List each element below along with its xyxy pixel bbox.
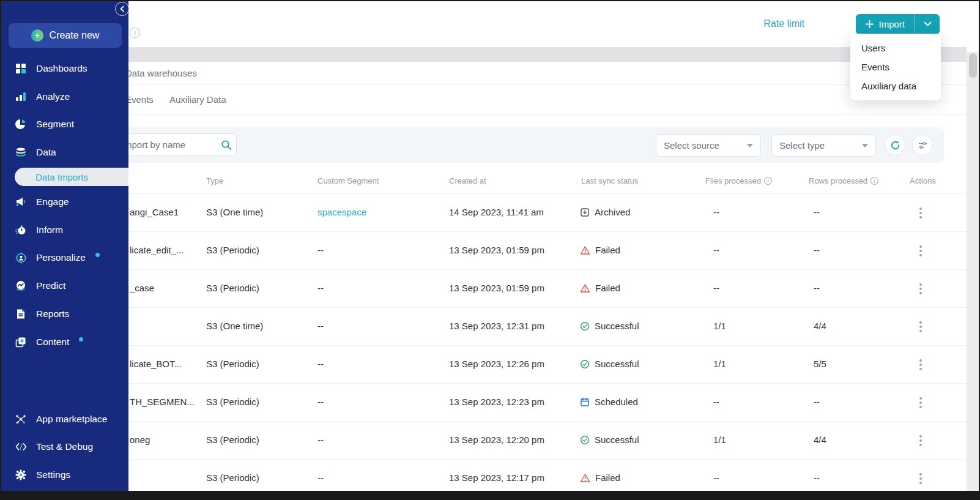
segment-value: -- <box>317 359 324 369</box>
scrollbar-track[interactable] <box>967 52 979 491</box>
segment-link[interactable]: spacespace <box>317 207 366 217</box>
tab-events[interactable]: Events <box>125 94 154 105</box>
table-row[interactable]: S3 (One time) -- 13 Sep 2023, 12:31 pm S… <box>1 307 967 345</box>
sidebar-item-label: Segment <box>36 119 74 130</box>
menu-item-events[interactable]: Events <box>850 58 941 76</box>
import-type: S3 (One time) <box>206 207 263 217</box>
col-type: Type <box>206 176 223 185</box>
import-name: licate_edit_... <box>130 245 184 255</box>
rows-processed: -- <box>814 472 820 483</box>
row-actions-menu[interactable] <box>913 470 929 487</box>
table-row[interactable]: licate_BOT... S3 (Periodic) -- 13 Sep 20… <box>1 345 967 383</box>
status-badge: Failed <box>580 245 620 255</box>
files-processed: 1/1 <box>713 321 726 331</box>
success-icon <box>580 435 590 445</box>
table-row[interactable]: TH_SEGMEN... S3 (Periodic) -- 13 Sep 202… <box>1 383 967 421</box>
sidebar-item-label: Data <box>36 147 56 158</box>
sidebar-item-data[interactable]: Data <box>15 146 56 159</box>
sidebar-item-app-marketplace[interactable]: App marketplace <box>15 413 107 425</box>
chevron-down-icon <box>862 144 868 147</box>
sidebar-item-content[interactable]: Content <box>15 336 83 348</box>
select-source-dropdown[interactable]: Select source <box>656 134 761 157</box>
status-label: Scheduled <box>595 397 638 407</box>
section-title[interactable]: Data warehouses <box>125 68 197 78</box>
gear-icon <box>15 469 27 481</box>
tab-auxiliary-data[interactable]: Auxiliary Data <box>169 94 226 105</box>
import-dropdown-toggle[interactable] <box>915 14 940 34</box>
files-processed: -- <box>713 207 719 217</box>
info-icon[interactable]: i <box>764 177 772 185</box>
import-type: S3 (Periodic) <box>206 283 259 293</box>
sidebar-item-label: Settings <box>36 469 70 480</box>
plus-icon: + <box>31 29 43 42</box>
row-actions-menu[interactable] <box>913 280 929 297</box>
rows-processed: 4/4 <box>814 435 826 445</box>
sidebar-item-personalize[interactable]: Personalize <box>15 252 100 264</box>
create-new-button[interactable]: + Create new <box>9 23 122 48</box>
files-processed: -- <box>713 245 719 255</box>
segment-value: -- <box>317 435 324 445</box>
menu-item-auxiliary-data[interactable]: Auxiliary data <box>850 76 941 95</box>
sidebar-item-reports[interactable]: Reports <box>15 308 69 320</box>
new-badge-dot <box>79 337 83 341</box>
row-actions-menu[interactable] <box>913 242 929 259</box>
sidebar-item-inform[interactable]: Inform <box>15 224 63 236</box>
row-actions-menu[interactable] <box>913 394 929 411</box>
import-type: S3 (One time) <box>206 321 263 331</box>
row-actions-menu[interactable] <box>913 356 929 373</box>
table-row[interactable]: angi_Case1 S3 (One time) spacespace 14 S… <box>1 193 967 231</box>
sidebar-item-test-debug[interactable]: Test & Debug <box>15 441 93 453</box>
refresh-button[interactable] <box>885 135 905 155</box>
analyze-icon <box>15 91 27 103</box>
sidebar-item-segment[interactable]: Segment <box>15 118 74 130</box>
row-actions-menu[interactable] <box>913 204 929 222</box>
rows-processed: 5/5 <box>814 359 826 369</box>
rows-processed: 4/4 <box>814 321 826 331</box>
rows-processed: -- <box>814 207 820 217</box>
import-name: TH_SEGMEN... <box>130 397 195 407</box>
engage-icon <box>15 196 27 208</box>
info-icon[interactable]: i <box>870 177 878 185</box>
col-segment: Custom Segment <box>317 176 379 185</box>
rate-limit-link[interactable]: Rate limit <box>763 18 804 29</box>
sidebar-item-settings[interactable]: Settings <box>15 469 70 481</box>
filter-button[interactable] <box>912 135 933 155</box>
sidebar-collapse-button[interactable] <box>115 2 129 16</box>
sidebar-item-dashboards[interactable]: Dashboards <box>15 62 87 75</box>
success-icon <box>580 321 590 331</box>
scrollbar-thumb[interactable] <box>969 53 977 78</box>
import-button-label: Import <box>878 19 905 29</box>
sidebar-item-label: Inform <box>36 225 63 236</box>
row-actions-menu[interactable] <box>913 318 929 335</box>
chevron-down-icon <box>924 21 932 27</box>
col-actions: Actions <box>910 176 936 185</box>
search-icon[interactable] <box>216 140 236 151</box>
select-type-dropdown[interactable]: Select type <box>771 134 876 157</box>
tabs-row: Events Auxiliary Data <box>1 85 967 115</box>
row-actions-menu[interactable] <box>913 432 929 449</box>
sidebar-item-analyze[interactable]: Analyze <box>15 91 70 103</box>
code-icon <box>15 441 27 453</box>
menu-item-users[interactable]: Users <box>850 39 941 58</box>
status-badge: Successful <box>580 435 639 445</box>
created-at: 13 Sep 2023, 12:31 pm <box>449 321 544 331</box>
status-label: Successful <box>595 435 639 445</box>
sidebar-item-predict[interactable]: Predict <box>15 280 65 292</box>
table-row[interactable]: _case S3 (Periodic) -- 13 Sep 2023, 01:5… <box>1 269 967 307</box>
files-processed: 1/1 <box>713 359 726 369</box>
table-row[interactable]: S3 (Periodic) -- 13 Sep 2023, 12:17 pm F… <box>1 459 967 491</box>
created-at: 14 Sep 2023, 11:41 am <box>449 207 544 217</box>
app-window: i Rate limit Import Data warehouses Even… <box>1 1 979 491</box>
refresh-icon <box>890 140 900 151</box>
personalize-icon <box>15 252 27 264</box>
success-icon <box>580 359 590 369</box>
table-row[interactable]: licate_edit_... S3 (Periodic) -- 13 Sep … <box>1 231 967 269</box>
import-split-button[interactable]: Import <box>856 14 940 34</box>
sidebar-item-data-imports-active[interactable]: Data Imports <box>15 168 128 186</box>
import-button[interactable]: Import <box>856 14 915 34</box>
files-processed: -- <box>713 283 719 293</box>
table-row[interactable]: oneg S3 (Periodic) -- 13 Sep 2023, 12:20… <box>1 421 967 459</box>
select-source-value: Select source <box>664 140 719 151</box>
info-icon[interactable]: i <box>130 28 140 38</box>
sidebar-item-engage[interactable]: Engage <box>15 196 69 208</box>
